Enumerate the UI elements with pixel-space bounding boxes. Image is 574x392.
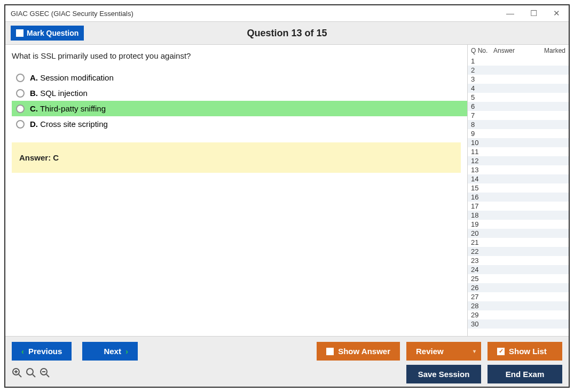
list-row[interactable]: 4 <box>468 84 569 93</box>
row-qno: 16 <box>471 193 493 201</box>
list-row[interactable]: 17 <box>468 202 569 211</box>
row-qno: 9 <box>471 130 493 138</box>
option-label: A. Session modification <box>30 73 114 82</box>
list-row[interactable]: 20 <box>468 229 569 238</box>
window-title: GIAC GSEC (GIAC Security Essentials) <box>11 10 133 18</box>
radio-icon <box>16 74 25 82</box>
list-row[interactable]: 2 <box>468 66 569 75</box>
list-row[interactable]: 29 <box>468 310 569 319</box>
option-b[interactable]: B. SQL injection <box>12 85 467 101</box>
list-row[interactable]: 22 <box>468 247 569 256</box>
answer-box: Answer: C <box>12 142 461 173</box>
list-row[interactable]: 11 <box>468 147 569 156</box>
question-text: What is SSL primarily used to protect yo… <box>12 51 467 60</box>
row-qno: 7 <box>471 111 493 119</box>
list-row[interactable]: 1 <box>468 57 569 66</box>
list-row[interactable]: 12 <box>468 156 569 165</box>
mark-question-label: Mark Question <box>27 29 78 37</box>
list-row[interactable]: 3 <box>468 75 569 84</box>
list-rows[interactable]: 1234567891011121314151617181920212223242… <box>468 57 569 336</box>
row-qno: 19 <box>471 220 493 228</box>
row-qno: 3 <box>471 75 493 83</box>
row-qno: 30 <box>471 320 493 328</box>
row-qno: 5 <box>471 93 493 101</box>
list-header: Q No. Answer Marked <box>468 45 569 57</box>
show-list-button[interactable]: ✓ Show List <box>487 342 562 361</box>
row-qno: 22 <box>471 247 493 255</box>
list-row[interactable]: 21 <box>468 238 569 247</box>
svg-line-7 <box>46 374 49 377</box>
checkbox-checked-icon: ✓ <box>497 348 505 355</box>
review-label: Review <box>416 347 444 356</box>
row-qno: 29 <box>471 311 493 319</box>
option-label: C. Third-patty sniffing <box>30 104 106 113</box>
row-qno: 11 <box>471 148 493 156</box>
list-row[interactable]: 10 <box>468 138 569 147</box>
list-row[interactable]: 14 <box>468 174 569 183</box>
option-a[interactable]: A. Session modification <box>12 70 467 85</box>
header-answer: Answer <box>493 47 544 54</box>
row-qno: 17 <box>471 202 493 210</box>
end-exam-label: End Exam <box>506 370 545 379</box>
row-qno: 8 <box>471 121 493 129</box>
row-qno: 21 <box>471 238 493 246</box>
previous-button[interactable]: ‹ Previous <box>12 342 72 361</box>
end-exam-button[interactable]: End Exam <box>487 365 562 383</box>
list-row[interactable]: 25 <box>468 274 569 283</box>
list-row[interactable]: 9 <box>468 129 569 138</box>
row-qno: 4 <box>471 84 493 92</box>
list-row[interactable]: 24 <box>468 265 569 274</box>
show-list-label: Show List <box>509 347 547 356</box>
list-row[interactable]: 6 <box>468 102 569 111</box>
row-qno: 23 <box>471 257 493 265</box>
maximize-icon[interactable]: ☐ <box>527 7 540 19</box>
list-row[interactable]: 23 <box>468 256 569 265</box>
close-icon[interactable]: ✕ <box>550 7 563 19</box>
list-row[interactable]: 8 <box>468 120 569 129</box>
list-row[interactable]: 28 <box>468 301 569 310</box>
footer: ‹ Previous Next › Show Answer Review ▾ <box>5 336 569 387</box>
zoom-reset-icon[interactable] <box>26 367 36 381</box>
list-row[interactable]: 5 <box>468 93 569 102</box>
list-row[interactable]: 13 <box>468 165 569 174</box>
option-label: B. SQL injection <box>30 89 88 98</box>
list-row[interactable]: 16 <box>468 193 569 202</box>
list-row[interactable]: 7 <box>468 111 569 120</box>
row-qno: 6 <box>471 102 493 110</box>
option-c[interactable]: C. Third-patty sniffing <box>12 101 467 116</box>
list-row[interactable]: 18 <box>468 211 569 220</box>
svg-line-5 <box>33 374 35 377</box>
checkbox-icon <box>16 29 23 37</box>
radio-icon <box>16 120 25 129</box>
list-row[interactable]: 30 <box>468 319 569 329</box>
checkbox-icon <box>326 348 334 355</box>
option-d[interactable]: D. Cross site scripting <box>12 116 467 132</box>
svg-point-4 <box>27 369 33 375</box>
zoom-out-icon[interactable] <box>40 367 50 381</box>
list-row[interactable]: 26 <box>468 283 569 292</box>
row-qno: 10 <box>471 139 493 147</box>
header-marked: Marked <box>544 47 565 54</box>
row-qno: 1 <box>471 57 493 65</box>
row-qno: 28 <box>471 302 493 310</box>
row-qno: 14 <box>471 175 493 183</box>
next-button[interactable]: Next › <box>82 342 138 361</box>
minimize-icon[interactable]: — <box>503 7 517 19</box>
list-row[interactable]: 15 <box>468 183 569 193</box>
question-panel: What is SSL primarily used to protect yo… <box>5 45 467 336</box>
review-button[interactable]: Review ▾ <box>406 342 481 361</box>
mark-question-button[interactable]: Mark Question <box>11 26 84 41</box>
chevron-down-icon: ▾ <box>473 348 476 354</box>
question-counter: Question 13 of 15 <box>247 28 327 39</box>
row-qno: 20 <box>471 229 493 237</box>
topbar: Mark Question Question 13 of 15 <box>5 21 569 45</box>
row-qno: 25 <box>471 275 493 283</box>
row-qno: 13 <box>471 166 493 174</box>
list-row[interactable]: 19 <box>468 220 569 229</box>
list-row[interactable]: 27 <box>468 292 569 301</box>
radio-icon <box>16 89 25 98</box>
zoom-in-icon[interactable] <box>12 367 22 381</box>
save-session-button[interactable]: Save Session <box>406 365 481 383</box>
show-answer-button[interactable]: Show Answer <box>317 342 400 361</box>
question-list-panel: Q No. Answer Marked 12345678910111213141… <box>467 45 569 336</box>
